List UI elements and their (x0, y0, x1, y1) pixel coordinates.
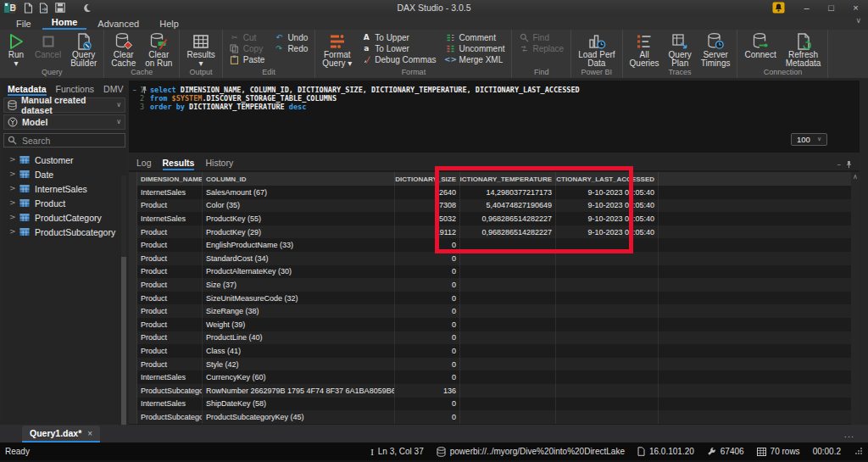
row-header[interactable] (129, 304, 137, 318)
row-header[interactable] (129, 265, 137, 279)
query-builder-button[interactable]: QueryBuilder (66, 31, 101, 68)
row-header[interactable] (129, 410, 137, 424)
table-row[interactable]: ProductSize (37)0 (129, 278, 860, 292)
tree-item-internetsales[interactable]: >InternetSales (2, 181, 127, 196)
chevron-right-icon[interactable]: > (9, 185, 14, 192)
results-tab-results[interactable]: Results (163, 158, 195, 170)
table-row[interactable]: ProductSubcategoryRowNumber 2662979B 179… (129, 384, 860, 398)
open-file-icon[interactable] (39, 3, 49, 14)
row-header[interactable] (129, 212, 137, 225)
table-row[interactable]: ProductProductAlternateKey (30)0 (129, 265, 860, 279)
table-row[interactable]: ProductStyle (42)0 (129, 358, 860, 371)
refresh-metadata-button[interactable]: RefreshMetadata (782, 31, 826, 68)
close-tab-icon[interactable]: × (87, 429, 92, 438)
menu-tab-file[interactable]: File (7, 15, 41, 30)
menu-tab-advanced[interactable]: Advanced (88, 15, 148, 30)
merge-xml-button[interactable]: <>Merge XML (443, 55, 508, 64)
row-header[interactable] (129, 318, 137, 331)
chevron-right-icon[interactable]: > (9, 228, 14, 236)
grid-scrollbar[interactable]: ∧ (851, 172, 860, 425)
chevron-right-icon[interactable]: > (9, 214, 14, 221)
tree-item-date[interactable]: >Date (2, 167, 127, 181)
maximize-button[interactable]: □ (819, 0, 843, 15)
row-header[interactable] (129, 358, 137, 371)
pin-icon[interactable] (141, 86, 148, 94)
row-header[interactable] (129, 331, 137, 345)
row-header[interactable] (129, 398, 137, 411)
paste-button[interactable]: Paste (227, 55, 268, 64)
clear-on-run-button[interactable]: Clearon Run (141, 31, 176, 68)
row-header[interactable] (129, 186, 137, 199)
sidebar-scrollbar[interactable] (121, 175, 126, 421)
results-button[interactable]: Results▾ (182, 31, 219, 68)
row-header[interactable] (129, 292, 137, 305)
server-timings-button[interactable]: ServerTimings (697, 31, 735, 68)
results-tab-history[interactable]: History (205, 158, 233, 170)
tree-item-productsubcategory[interactable]: >ProductSubcategory (2, 225, 127, 239)
to-upper-button[interactable]: ATo Upper (359, 33, 438, 42)
close-button[interactable]: × (843, 0, 868, 15)
chevron-right-icon[interactable]: > (9, 156, 14, 164)
chevron-right-icon[interactable]: > (9, 199, 14, 207)
table-row[interactable]: InternetSalesCurrencyKey (60)0 (129, 370, 860, 384)
metadata-tab-metadata[interactable]: Metadata (8, 84, 47, 96)
more-options-icon[interactable]: ... (844, 429, 854, 439)
menu-tab-help[interactable]: Help (150, 15, 188, 30)
tree-item-product[interactable]: >Product (2, 196, 127, 210)
scroll-up-icon[interactable]: ∧ (853, 174, 858, 425)
load-perf-data-button[interactable]: Load PerfData (574, 31, 619, 68)
tree-item-customer[interactable]: >Customer (2, 153, 127, 167)
table-row[interactable]: ProductStandardCost (34)0 (129, 252, 860, 265)
row-header[interactable] (129, 278, 137, 292)
all-queries-button[interactable]: AllQueries (626, 31, 664, 68)
to-lower-button[interactable]: aTo Lower (359, 44, 438, 53)
table-row[interactable]: ProductSizeUnitMeasureCode (32)0 (129, 292, 860, 305)
undo-button[interactable]: ↶Undo (271, 33, 310, 42)
document-tab-query1[interactable]: Query1.dax* × (22, 426, 100, 443)
dataset-selector[interactable]: Manual created dataset ∨ (3, 97, 125, 113)
debug-commas-button[interactable]: Debug Commas (359, 55, 438, 64)
table-row[interactable]: ProductClass (41)0 (129, 344, 860, 358)
tree-item-productcategory[interactable]: >ProductCategory (2, 210, 127, 225)
run-button[interactable]: Run▾ (3, 31, 30, 68)
search-input[interactable] (20, 135, 121, 147)
minimize-pane-icon[interactable]: – (837, 161, 842, 169)
row-header[interactable] (129, 225, 137, 239)
format-query-button[interactable]: FormatQuery ▾ (318, 31, 356, 68)
query-editor[interactable]: 1select DIMENSION_NAME, COLUMN_ID, DICTI… (129, 81, 860, 153)
table-row[interactable]: ProductSubcategoryProductSubcategoryKey … (129, 410, 860, 424)
minimize-pane-icon[interactable]: – (132, 86, 136, 94)
row-header[interactable] (129, 370, 137, 384)
row-header[interactable] (129, 384, 137, 398)
table-row[interactable]: ProductWeight (39)0 (129, 318, 860, 331)
comment-button[interactable]: Comment (443, 33, 508, 42)
column-header-column-id[interactable]: COLUMN_ID (203, 172, 395, 186)
new-file-icon[interactable] (24, 3, 33, 14)
row-limit-select[interactable]: 100 ∨ (791, 133, 827, 146)
uncomment-button[interactable]: Uncomment (443, 44, 508, 53)
table-row[interactable]: InternetSalesShipDateKey (58)0 (129, 398, 860, 411)
clear-cache-button[interactable]: ClearCache (107, 31, 140, 68)
pin-icon[interactable] (845, 160, 853, 169)
table-row[interactable]: ProductSizeRange (38)0 (129, 304, 860, 318)
menu-tab-home[interactable]: Home (42, 15, 87, 30)
row-header[interactable] (129, 252, 137, 265)
redo-button[interactable]: ↷Redo (271, 44, 310, 53)
connect-button[interactable]: Connect (740, 31, 780, 59)
row-header[interactable] (129, 199, 137, 213)
resize-grip[interactable] (855, 448, 863, 455)
table-row[interactable]: ProductProductLine (40)0 (129, 331, 860, 345)
column-header-dimension-name[interactable]: DIMENSION_NAME (137, 172, 203, 186)
metadata-tab-dmv[interactable]: DMV (103, 84, 123, 96)
results-tab-log[interactable]: Log (136, 158, 152, 170)
chevron-right-icon[interactable]: > (9, 170, 14, 178)
minimize-button[interactable]: – (794, 0, 819, 15)
row-header[interactable] (129, 238, 137, 252)
model-selector[interactable]: Model ∨ (3, 114, 125, 130)
save-icon[interactable] (55, 3, 65, 13)
row-header[interactable] (129, 344, 137, 358)
collapse-ribbon-chevron-icon[interactable]: ∨ (855, 17, 861, 25)
query-plan-button[interactable]: QueryPlan (665, 31, 696, 68)
metadata-tab-functions[interactable]: Functions (56, 84, 95, 96)
theme-moon-icon[interactable] (82, 3, 92, 13)
